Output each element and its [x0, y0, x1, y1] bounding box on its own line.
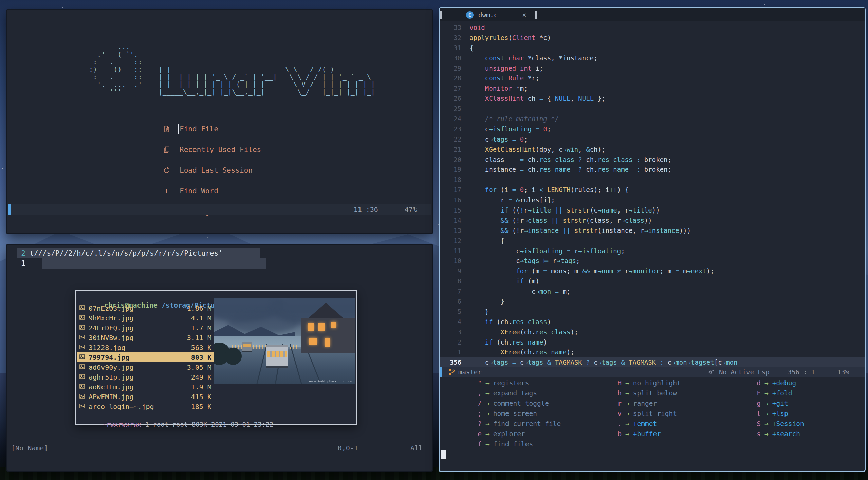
file-permissions-line: -rwxrwxrwx 1 root root 803K 2021-03-01 2…	[79, 413, 273, 436]
arrow-icon: →	[485, 430, 490, 438]
code-line[interactable]: 12 {	[440, 236, 865, 246]
code-line[interactable]: 23 c→isfloating = 0;	[440, 124, 865, 134]
code-line[interactable]: 31{	[440, 43, 865, 53]
code-text: XFree(ch.res_class);	[469, 328, 865, 336]
line-number: 3	[440, 328, 469, 336]
code-line[interactable]: 10 c→tags ⊨ r→tags;	[440, 256, 865, 266]
tab-close-icon[interactable]: ×	[522, 11, 527, 19]
file-size: 1.7 M	[176, 324, 211, 332]
menu-item-label: Recently Used Files	[180, 146, 261, 154]
binding-label: no highlight	[633, 379, 681, 387]
lunarvim-dashboard-window: _ ... _ .' (_`'. : . :: _ __ __ _ :) () …	[6, 9, 433, 234]
tab-title: dwm.c	[478, 11, 498, 19]
code-line[interactable]: 4 if (ch.res_class)	[440, 317, 865, 327]
code-line[interactable]: 8 if (m)	[440, 276, 865, 286]
arrow-icon: →	[764, 389, 769, 397]
code-line[interactable]: 5 }	[440, 307, 865, 317]
buffer-line[interactable]: t///s/P//2/h/c/.l/s/n/s/p/p/s/r/r/s/Pict…	[30, 248, 223, 258]
code-line[interactable]: 27 Monitor *m;	[440, 83, 865, 93]
which-key-binding: h→split below	[616, 388, 681, 398]
binding-key: b	[616, 430, 622, 438]
line-number: 33	[440, 24, 469, 31]
cursor-position: 0,0-1	[338, 443, 358, 453]
file-row[interactable]: 30iNVBw.jpg3.11 M	[77, 333, 214, 343]
code-line[interactable]: 9 for (m = mons; m && m→num ≠ r→monitor;…	[440, 266, 865, 276]
code-line[interactable]: 21 XGetClassHint(dpy, c→win, &ch);	[440, 144, 865, 154]
git-branch-name[interactable]: master	[458, 368, 482, 376]
code-text: c→mon = m;	[469, 288, 865, 295]
code-line[interactable]: 29 unsigned int i;	[440, 63, 865, 73]
file-row[interactable]: 9hMxcHr.jpg4.1 M	[77, 313, 214, 323]
arrow-icon: →	[485, 379, 490, 387]
arrow-icon: →	[764, 420, 769, 428]
file-row[interactable]: aghr5Ip.jpg249 K	[77, 372, 214, 382]
file-row[interactable]: aoNcTLm.jpg1.9 M	[77, 382, 214, 392]
line-number-current: 1	[14, 258, 25, 269]
dashboard-menu-item[interactable]: Load Last Session	[163, 160, 261, 181]
file-size: 803 K	[176, 353, 211, 362]
image-file-icon	[79, 324, 85, 332]
line-number: 29	[440, 64, 469, 72]
file-row[interactable]: ad6v90y.jpg3.05 M	[77, 362, 214, 372]
file-row[interactable]: APwFMIM.jpg415 K	[77, 392, 214, 402]
code-line[interactable]: 18	[440, 174, 865, 185]
file-row[interactable]: 07nEzQ3.jpg1.86 M	[77, 303, 214, 313]
file-row-selected[interactable]: 799794.jpg803 K	[77, 352, 214, 362]
menu-item-label: Find Word	[180, 187, 218, 195]
which-key-binding: H→no highlight	[616, 378, 681, 388]
dashboard-menu-item[interactable]: Find Word	[163, 181, 261, 201]
file-name: 07nEzQ3.jpg	[89, 304, 173, 312]
code-text: r = &rules[i];	[469, 196, 865, 204]
code-line[interactable]: 2 if (ch.res_name)	[440, 337, 865, 347]
which-key-binding: l→+lsp	[755, 408, 804, 419]
code-line[interactable]: 24 /* rule matching */	[440, 114, 865, 124]
code-line[interactable]: 11 c→isfloating = r→isfloating;	[440, 246, 865, 256]
code-line[interactable]: 33void	[440, 22, 865, 33]
code-line[interactable]: 14 && (!r→class || strstr(class, r→class…	[440, 215, 865, 225]
which-key-binding: ?→find current file	[476, 419, 561, 429]
code-line[interactable]: 28 const Rule *r;	[440, 73, 865, 83]
scroll-percent: 13%	[837, 368, 849, 376]
code-line[interactable]: 17 for (i = 0; i < LENGTH(rules); i++) {	[440, 185, 865, 195]
dashboard-menu-item[interactable]: Find File	[163, 118, 261, 139]
code-text: applyrules(Client *c)	[469, 34, 865, 41]
wallpaper-stars	[0, 0, 0, 0]
code-line[interactable]: 19 instance = ch.res_name ? ch.res_name …	[440, 164, 865, 174]
scratch-buffer-window: 2 t///s/P//2/h/c/.l/s/n/s/p/p/s/r/r/s/Pi…	[6, 244, 433, 472]
code-line[interactable]: 1 XFree(ch.res_name);	[440, 347, 865, 357]
which-key-binding: f→find files	[476, 439, 561, 449]
code-line[interactable]: 30 const char *class, *instance;	[440, 53, 865, 63]
line-number: 19	[440, 166, 469, 173]
code-text: }	[469, 298, 865, 305]
code-area[interactable]: 33void32applyrules(Client *c)31{30 const…	[440, 22, 865, 367]
line-number: 32	[440, 34, 469, 41]
code-line[interactable]: 3 XFree(ch.res_class);	[440, 327, 865, 337]
code-line[interactable]: 16 r = &rules[i];	[440, 195, 865, 205]
arrow-icon: →	[485, 410, 490, 418]
code-line[interactable]: 6 }	[440, 296, 865, 307]
code-line[interactable]: 25	[440, 104, 865, 114]
code-line[interactable]: 13 && (!r→instance || strstr(instance, r…	[440, 225, 865, 236]
code-text: XClassHint ch = { NULL, NULL };	[469, 95, 865, 102]
line-number: 2	[440, 338, 469, 346]
tab-dwm-c[interactable]: C dwm.c ×	[442, 8, 535, 21]
file-row[interactable]: arco-login—~.jpg185 K	[77, 402, 214, 411]
code-line[interactable]: 15 if ((!r→title || strstr(c→name, r→tit…	[440, 205, 865, 215]
line-number: 12	[440, 237, 469, 244]
line-number: 6	[440, 298, 469, 305]
dashboard-menu-item[interactable]: Recently Used Files	[163, 139, 261, 160]
code-line[interactable]: 7 c→mon = m;	[440, 286, 865, 296]
which-key-binding: e→explorer	[476, 429, 561, 439]
file-row[interactable]: 24LrDFQ.jpg1.7 M	[77, 323, 214, 333]
file-size: 249 K	[176, 373, 211, 381]
code-line[interactable]: 22 c→tags = 0;	[440, 134, 865, 144]
file-row[interactable]: 31228.jpg563 K	[77, 343, 214, 352]
code-line[interactable]: 26 XClassHint ch = { NULL, NULL };	[440, 93, 865, 104]
git-branch-icon	[449, 369, 455, 375]
arrow-icon: →	[625, 400, 629, 407]
code-text: c→tags = c→tags & TAGMASK ? c→tags & TAG…	[469, 358, 865, 366]
code-line[interactable]: 20 class = ch.res_class ? ch.res_class :…	[440, 154, 865, 165]
code-line[interactable]: 32applyrules(Client *c)	[440, 33, 865, 43]
code-line-current[interactable]: 356 c→tags = c→tags & TAGMASK ? c→tags &…	[440, 357, 865, 367]
preview-house-roof	[306, 303, 346, 320]
